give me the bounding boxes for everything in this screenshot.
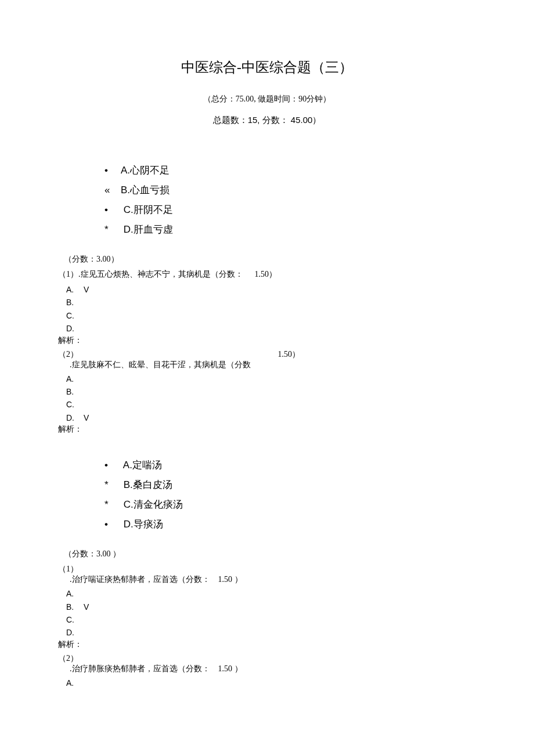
option-text: 心阴不足: [130, 165, 169, 176]
analysis-label: 解析：: [58, 639, 476, 650]
option-text: 清金化痰汤: [134, 499, 183, 510]
bullet-icon: «: [104, 180, 121, 200]
option-code: C.: [124, 204, 134, 215]
answer-label: A.: [66, 372, 79, 385]
answer-row: D.V: [66, 411, 476, 424]
question-score: 1.50）: [255, 270, 277, 278]
answer-label: B.: [66, 385, 79, 398]
answer-label: D.: [66, 626, 79, 639]
option-group-2: • A.定喘汤 * B.桑白皮汤 * C.清金化痰汤 • D.导痰汤: [104, 455, 476, 534]
answer-row: D.: [66, 322, 476, 335]
question-number: （2）: [58, 654, 78, 663]
page-title: 中医综合-中医综合题（三）: [58, 58, 476, 77]
question-score: 1.50）: [278, 349, 301, 360]
answer-label: A.: [66, 283, 79, 296]
bullet-icon: •: [104, 161, 121, 180]
group-score: （分数：3.00 ）: [64, 549, 476, 559]
question-number: （1）: [58, 565, 78, 573]
option-text: 肝血亏虚: [134, 224, 173, 235]
meta-count: 总题数：15, 分数： 45.00）: [58, 115, 476, 126]
question-line: （2） .治疗肺胀痰热郁肺者，应首选（分数： 1.50 ）: [58, 653, 476, 674]
analysis-label: 解析：: [58, 424, 476, 435]
option-code: D.: [124, 224, 134, 235]
question-text: .症见五心烦热、神志不宁，其病机是（分数：: [78, 270, 243, 278]
option-code: A.: [123, 460, 132, 471]
bullet-icon: •: [104, 515, 121, 534]
answer-row: D.: [66, 626, 476, 639]
option-item: «B.心血亏损: [104, 180, 476, 200]
option-item: • C.肝阴不足: [104, 200, 476, 220]
analysis-label: 解析：: [58, 335, 476, 346]
bullet-icon: •: [104, 455, 121, 475]
question-line: （2） 1.50） .症见肢麻不仁、眩晕、目花干涩，其病机是（分数: [58, 349, 476, 370]
bullet-icon: *: [104, 475, 121, 495]
answer-label: B.: [66, 296, 79, 309]
option-text: 定喘汤: [132, 460, 162, 471]
check-icon: V: [84, 602, 89, 612]
bullet-icon: *: [104, 220, 121, 240]
option-item: * D.肝血亏虚: [104, 220, 476, 240]
option-code: B.: [124, 479, 133, 490]
option-text: 心血亏损: [130, 185, 169, 196]
answer-row: A.: [66, 372, 476, 385]
question-text: .治疗肺胀痰热郁肺者，应首选（分数： 1.50 ）: [70, 664, 476, 674]
answer-label: A.: [66, 587, 79, 600]
bullet-icon: *: [104, 495, 121, 515]
option-code: B.: [121, 185, 130, 196]
option-group-1: •A.心阴不足 «B.心血亏损 • C.肝阴不足 * D.肝血亏虚: [104, 161, 476, 240]
answer-label: D.: [66, 411, 79, 424]
meta-total: （总分：75.00, 做题时间：90分钟）: [58, 94, 476, 104]
answer-row: B.V: [66, 601, 476, 613]
option-item: * C.清金化痰汤: [104, 495, 476, 515]
answer-row: A.: [66, 677, 476, 689]
answer-label: B.: [66, 601, 79, 613]
option-code: D.: [124, 519, 134, 530]
answer-label: C.: [66, 309, 79, 322]
question-number: （2）: [58, 349, 78, 360]
question-score: 1.50 ）: [218, 664, 243, 673]
question-line: （1） .治疗喘证痰热郁肺者，应首选（分数： 1.50 ）: [58, 564, 476, 585]
option-code: A.: [121, 165, 130, 176]
question-text: .治疗喘证痰热郁肺者，应首选（分数： 1.50 ）: [70, 574, 476, 585]
option-text: 导痰汤: [134, 519, 163, 530]
option-item: • D.导痰汤: [104, 515, 476, 534]
answer-row: C.: [66, 613, 476, 626]
bullet-icon: •: [104, 200, 121, 220]
answer-row: C.: [66, 398, 476, 411]
question-number: （1）: [58, 270, 78, 278]
answer-label: D.: [66, 322, 79, 335]
option-item: • A.定喘汤: [104, 455, 476, 475]
answer-row: A.V: [66, 283, 476, 296]
question-line: （1）.症见五心烦热、神志不宁，其病机是（分数：1.50）: [58, 269, 476, 280]
answer-row: A.: [66, 587, 476, 600]
answer-label: A.: [66, 677, 79, 689]
option-item: * B.桑白皮汤: [104, 475, 476, 495]
document-page: 中医综合-中医综合题（三） （总分：75.00, 做题时间：90分钟） 总题数：…: [0, 0, 534, 724]
check-icon: V: [84, 413, 89, 422]
question-text: .症见肢麻不仁、眩晕、目花干涩，其病机是（分数: [70, 360, 476, 370]
answer-row: B.: [66, 296, 476, 309]
option-item: •A.心阴不足: [104, 161, 476, 180]
check-icon: V: [84, 285, 89, 294]
answer-label: C.: [66, 398, 79, 411]
answer-row: C.: [66, 309, 476, 322]
question-score: 1.50 ）: [218, 575, 243, 584]
answer-row: B.: [66, 385, 476, 398]
group-score: （分数：3.00）: [64, 254, 476, 265]
answer-label: C.: [66, 613, 79, 626]
option-text: 桑白皮汤: [133, 479, 172, 490]
option-text: 肝阴不足: [134, 204, 173, 215]
option-code: C.: [124, 499, 134, 510]
